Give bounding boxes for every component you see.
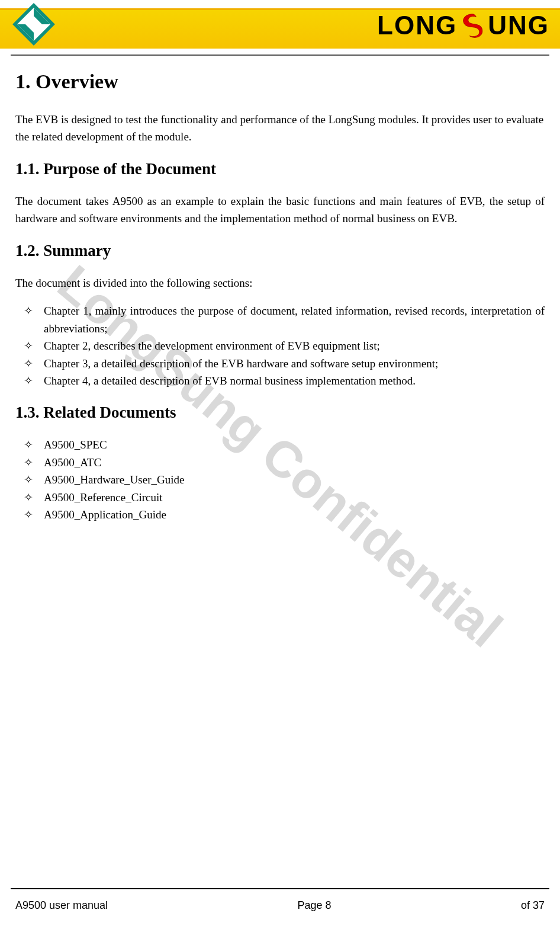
summary-list: Chapter 1, mainly introduces the purpose… (15, 302, 545, 389)
brand-wordmark-right: UNG (488, 11, 549, 40)
related-docs-list: A9500_SPEC A9500_ATC A9500_Hardware_User… (15, 436, 545, 523)
heading-summary: 1.2. Summary (15, 242, 545, 260)
list-item: A9500_Application_Guide (15, 506, 545, 523)
brand-diamond-logo (11, 1, 57, 47)
heading-overview: 1. Overview (15, 71, 545, 93)
list-item: A9500_Hardware_User_Guide (15, 471, 545, 488)
footer-left: A9500 user manual (15, 899, 108, 912)
footer-separator (11, 888, 549, 889)
heading-purpose: 1.1. Purpose of the Document (15, 160, 545, 178)
heading-related: 1.3. Related Documents (15, 403, 545, 422)
brand-wordmark: LONG UNG (377, 11, 549, 40)
summary-intro: The document is divided into the followi… (15, 274, 545, 291)
header: LONG UNG (0, 0, 560, 56)
list-item: A9500_SPEC (15, 436, 545, 453)
page-content: 1. Overview The EVB is designed to test … (0, 56, 560, 524)
purpose-paragraph: The document takes A9500 as an example t… (15, 193, 545, 228)
list-item: Chapter 2, describes the development env… (15, 337, 545, 354)
list-item: Chapter 3, a detailed description of the… (15, 355, 545, 372)
footer-right: of 37 (521, 899, 545, 912)
footer: A9500 user manual Page 8 of 37 (15, 899, 545, 912)
footer-center: Page 8 (298, 899, 332, 912)
header-separator (11, 55, 549, 56)
brand-s-icon (458, 11, 487, 40)
list-item: Chapter 4, a detailed description of EVB… (15, 372, 545, 389)
brand-wordmark-left: LONG (377, 11, 457, 40)
list-item: A9500_Reference_Circuit (15, 489, 545, 506)
overview-paragraph: The EVB is designed to test the function… (15, 111, 545, 146)
list-item: A9500_ATC (15, 454, 545, 471)
list-item: Chapter 1, mainly introduces the purpose… (15, 302, 545, 337)
